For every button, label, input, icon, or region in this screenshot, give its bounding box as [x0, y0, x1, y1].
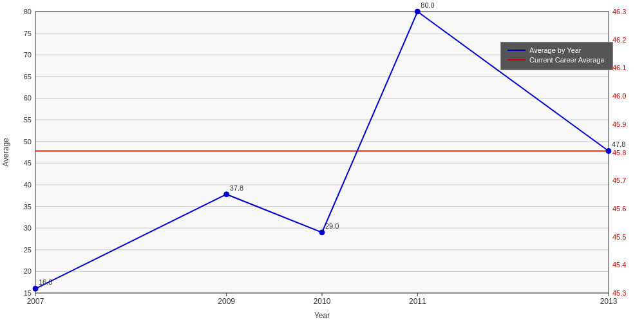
legend-box: Average by Year Current Career Average — [500, 42, 613, 70]
svg-point-57 — [319, 230, 325, 235]
legend-line-red — [507, 59, 526, 61]
svg-point-59 — [415, 9, 420, 14]
svg-text:47.8: 47.8 — [612, 140, 625, 148]
svg-text:45.9: 45.9 — [612, 120, 626, 128]
svg-text:20: 20 — [24, 267, 32, 275]
svg-text:2009: 2009 — [218, 297, 235, 306]
svg-text:46.2: 46.2 — [612, 36, 626, 44]
svg-text:25: 25 — [24, 246, 32, 254]
svg-text:45.8: 45.8 — [612, 149, 626, 156]
svg-text:45.6: 45.6 — [612, 205, 626, 213]
svg-text:29.0: 29.0 — [325, 222, 339, 230]
svg-text:75: 75 — [24, 30, 32, 37]
chart-container: 152025303540455055606570758045.345.445.5… — [0, 0, 644, 322]
svg-text:50: 50 — [24, 138, 32, 146]
svg-point-55 — [224, 192, 229, 197]
legend-item-avg-year: Average by Year — [507, 46, 606, 54]
legend-label-avg-year: Average by Year — [529, 46, 582, 54]
svg-point-53 — [33, 286, 38, 291]
svg-text:2011: 2011 — [409, 297, 426, 306]
svg-text:45.3: 45.3 — [612, 289, 626, 297]
svg-text:60: 60 — [24, 94, 32, 102]
svg-text:30: 30 — [24, 224, 32, 232]
svg-text:80: 80 — [24, 8, 32, 15]
svg-text:80.0: 80.0 — [421, 1, 434, 9]
svg-text:46.3: 46.3 — [612, 8, 626, 15]
svg-text:55: 55 — [24, 116, 32, 124]
svg-text:40: 40 — [24, 181, 32, 189]
svg-text:2010: 2010 — [314, 297, 331, 306]
svg-text:45.4: 45.4 — [612, 261, 626, 269]
legend-line-blue — [507, 50, 526, 51]
legend-item-career-avg: Current Career Average — [507, 56, 606, 64]
svg-point-61 — [606, 148, 611, 153]
svg-text:46.0: 46.0 — [612, 92, 626, 100]
svg-text:35: 35 — [24, 203, 32, 211]
legend-label-career-avg: Current Career Average — [529, 56, 605, 64]
svg-text:46.1: 46.1 — [612, 64, 626, 71]
svg-text:45: 45 — [24, 159, 32, 167]
svg-text:Average: Average — [1, 138, 10, 167]
svg-text:37.8: 37.8 — [230, 184, 243, 192]
svg-text:45.5: 45.5 — [612, 233, 626, 241]
svg-text:Year: Year — [314, 311, 330, 320]
svg-text:2013: 2013 — [600, 297, 618, 306]
svg-text:15: 15 — [24, 289, 32, 297]
svg-text:16.0: 16.0 — [39, 278, 52, 286]
svg-text:70: 70 — [24, 51, 32, 59]
svg-text:65: 65 — [24, 73, 32, 80]
svg-text:45.7: 45.7 — [612, 176, 626, 184]
svg-text:2007: 2007 — [27, 297, 44, 306]
